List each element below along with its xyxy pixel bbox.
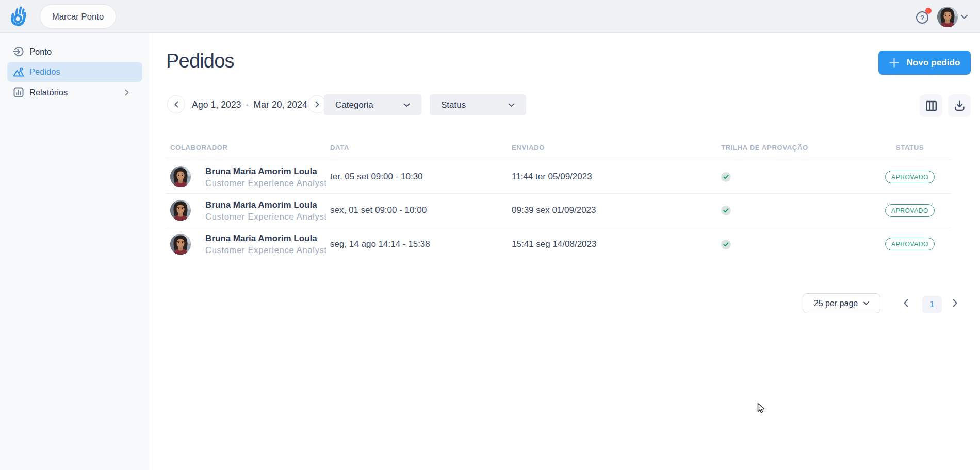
approval-check-icon[interactable] bbox=[721, 172, 731, 182]
collaborator-avatar bbox=[170, 200, 191, 221]
collaborator-avatar bbox=[170, 234, 191, 255]
next-page-button[interactable] bbox=[953, 299, 958, 307]
collaborator-cell: Bruna Maria Amorim Loula Customer Experi… bbox=[166, 165, 326, 189]
collaborator-role: Customer Experience Analyst bbox=[205, 211, 326, 222]
date-cell: ter, 05 set 09:00 - 10:30 bbox=[326, 172, 508, 182]
date-cell: sex, 01 set 09:00 - 10:00 bbox=[326, 205, 508, 215]
approval-trail-cell bbox=[717, 239, 869, 249]
column-header-status[interactable]: STATUS bbox=[869, 144, 951, 152]
bar-chart-icon bbox=[13, 87, 24, 98]
pagination: 25 per page 1 bbox=[151, 293, 980, 314]
chevron-left-icon bbox=[174, 101, 178, 108]
collaborator-cell: Bruna Maria Amorim Loula Customer Experi… bbox=[166, 232, 326, 256]
table-header-row: COLABORADOR DATA ENVIADO TRILHA DE APROV… bbox=[166, 136, 951, 160]
sidebar-item-relatorios[interactable]: Relatórios bbox=[7, 82, 142, 103]
current-page-button[interactable]: 1 bbox=[922, 296, 942, 313]
table-row[interactable]: Bruna Maria Amorim Loula Customer Experi… bbox=[166, 227, 951, 261]
previous-page-button[interactable] bbox=[903, 299, 908, 307]
per-page-select[interactable]: 25 per page bbox=[803, 293, 880, 313]
collaborator-name: Bruna Maria Amorim Loula bbox=[205, 199, 326, 211]
status-cell: APROVADO bbox=[869, 238, 951, 250]
status-badge: APROVADO bbox=[885, 238, 935, 250]
columns-icon bbox=[925, 100, 937, 112]
login-icon bbox=[13, 46, 24, 57]
status-cell: APROVADO bbox=[869, 171, 951, 183]
columns-settings-button[interactable] bbox=[920, 94, 942, 117]
download-icon bbox=[954, 100, 966, 112]
sidebar-item-label: Ponto bbox=[29, 47, 52, 57]
filters-row: Ago 1, 2023 - Mar 20, 2024 Categoria Sta… bbox=[151, 94, 980, 117]
chevron-down-icon bbox=[403, 103, 410, 107]
chevron-right-icon bbox=[125, 89, 129, 96]
collaborator-name: Bruna Maria Amorim Loula bbox=[205, 165, 326, 177]
chevron-down-icon bbox=[508, 103, 515, 107]
sent-cell: 15:41 seg 14/08/2023 bbox=[508, 239, 717, 249]
approval-trail-cell bbox=[717, 172, 869, 182]
table-row[interactable]: Bruna Maria Amorim Loula Customer Experi… bbox=[166, 160, 951, 194]
collaborator-role: Customer Experience Analyst bbox=[205, 244, 326, 256]
collaborator-avatar bbox=[170, 166, 191, 187]
sidebar-item-label: Pedidos bbox=[29, 67, 60, 77]
column-header-colaborador[interactable]: COLABORADOR bbox=[166, 144, 326, 152]
clock-in-button[interactable]: Marcar Ponto bbox=[40, 4, 116, 29]
page-title: Pedidos bbox=[166, 50, 234, 72]
status-cell: APROVADO bbox=[869, 204, 951, 217]
app-logo-hand-icon[interactable] bbox=[8, 5, 30, 28]
approval-check-icon[interactable] bbox=[721, 206, 731, 215]
sidebar-item-ponto[interactable]: Ponto bbox=[7, 41, 142, 62]
help-button[interactable]: ? bbox=[916, 10, 932, 26]
plus-icon bbox=[889, 57, 900, 68]
sent-cell: 09:39 sex 01/09/2023 bbox=[508, 205, 717, 215]
chevron-right-icon bbox=[315, 101, 319, 108]
new-request-button[interactable]: Novo pedido bbox=[878, 51, 971, 75]
sidebar-item-label: Relatórios bbox=[29, 88, 68, 97]
table-body: Bruna Maria Amorim Loula Customer Experi… bbox=[166, 160, 951, 261]
notification-dot bbox=[925, 8, 932, 14]
requests-icon bbox=[13, 66, 24, 78]
download-button[interactable] bbox=[948, 94, 971, 117]
collaborator-cell: Bruna Maria Amorim Loula Customer Experi… bbox=[166, 199, 326, 222]
sent-cell: 11:44 ter 05/09/2023 bbox=[508, 172, 717, 182]
column-header-trilha[interactable]: TRILHA DE APROVAÇÃO bbox=[717, 144, 869, 152]
date-cell: seg, 14 ago 14:14 - 15:38 bbox=[326, 239, 508, 249]
column-header-data[interactable]: DATA bbox=[326, 144, 508, 152]
date-range[interactable]: Ago 1, 2023 - Mar 20, 2024 bbox=[192, 94, 307, 115]
status-badge: APROVADO bbox=[885, 204, 935, 217]
sidebar-item-pedidos[interactable]: Pedidos bbox=[7, 62, 142, 82]
collaborator-name: Bruna Maria Amorim Loula bbox=[205, 232, 326, 244]
approval-check-icon[interactable] bbox=[721, 240, 731, 249]
date-next-button[interactable] bbox=[308, 95, 326, 113]
column-header-enviado[interactable]: ENVIADO bbox=[508, 144, 717, 152]
collaborator-role: Customer Experience Analyst bbox=[205, 177, 326, 189]
main-content: Pedidos Novo pedido Ago 1, 2023 - Mar 20… bbox=[151, 33, 980, 470]
sidebar: Ponto Pedidos Relatórios bbox=[0, 33, 150, 470]
chevron-down-icon bbox=[863, 301, 869, 305]
status-badge: APROVADO bbox=[885, 171, 935, 183]
approval-trail-cell bbox=[717, 205, 869, 215]
category-filter-dropdown[interactable]: Categoria bbox=[324, 94, 421, 115]
mouse-cursor bbox=[756, 402, 766, 414]
user-avatar[interactable] bbox=[937, 7, 958, 27]
date-prev-button[interactable] bbox=[167, 95, 185, 113]
user-menu-chevron-down-icon[interactable] bbox=[960, 14, 968, 19]
table-row[interactable]: Bruna Maria Amorim Loula Customer Experi… bbox=[166, 194, 951, 227]
status-filter-dropdown[interactable]: Status bbox=[430, 94, 526, 115]
topbar: Marcar Ponto ? bbox=[0, 0, 980, 33]
requests-table: COLABORADOR DATA ENVIADO TRILHA DE APROV… bbox=[166, 136, 951, 261]
